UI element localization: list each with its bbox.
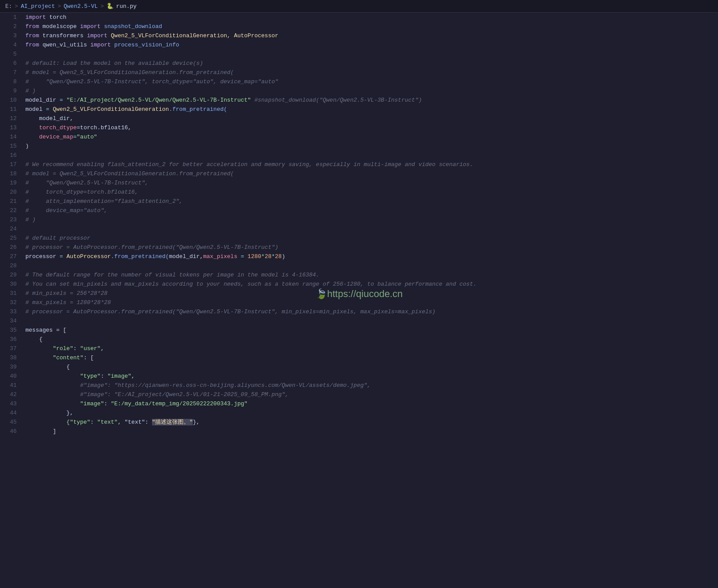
line-number: 23 [5, 215, 17, 224]
line-number: 8 [5, 77, 17, 86]
code-token: 28 [265, 253, 272, 260]
line-number: 39 [5, 362, 17, 372]
code-line: model = Qwen2_5_VLForConditionalGenerati… [25, 105, 714, 114]
code-token: model_dir, [169, 253, 203, 260]
code-line: "image": "E:/my_data/temp_img/2025022220… [25, 399, 714, 408]
code-token: AutoProcessor [67, 253, 111, 260]
code-token: , [367, 382, 371, 389]
code-token: # default: Load the model on the availab… [25, 60, 203, 67]
code-token: "user" [80, 345, 101, 352]
code-token: import [25, 14, 46, 21]
code-token: # attn_implementation="flash_attention_2… [25, 198, 183, 205]
code-line: messages = [ [25, 326, 714, 335]
code-token: : [104, 400, 111, 407]
code-token: = [ [53, 327, 66, 333]
code-line: torch_dtype=torch.bfloat16, [25, 123, 714, 132]
code-token: = [56, 97, 66, 103]
code-token: # "Qwen/Qwen2.5-VL-7B-Instruct", torch_d… [25, 78, 278, 85]
code-line: # "Qwen/Qwen2.5-VL-7B-Instruct", torch_d… [25, 77, 714, 86]
code-token: import [90, 42, 111, 48]
code-token: "image" [107, 373, 131, 379]
line-number: 22 [5, 206, 17, 215]
code-token: # ) [25, 88, 35, 94]
line-number: 6 [5, 59, 17, 68]
line-number: 12 [5, 114, 17, 123]
line-number: 44 [5, 408, 17, 418]
code-line: # You can set min_pixels and max_pixels … [25, 280, 714, 289]
code-token: .from_pretrained( [111, 253, 169, 260]
code-token: #"image": [25, 382, 114, 389]
code-token: snapshot_download [101, 23, 162, 30]
code-line: # model = Qwen2_5_VLForConditionalGenera… [25, 68, 714, 77]
line-number: 42 [5, 390, 17, 399]
line-number: 3 [5, 31, 17, 40]
code-token: #snapshot_download("Qwen/Qwen2.5-VL-3B-I… [255, 97, 422, 103]
code-line: { [25, 362, 714, 372]
code-token: "https://qianwen-res.oss-cn-beijing.aliy… [114, 382, 367, 389]
code-token: model [25, 106, 42, 113]
code-content[interactable]: import torchfrom modelscope import snaps… [22, 13, 718, 587]
breadcrumb-file[interactable]: run.py [116, 3, 137, 10]
line-number: 16 [5, 151, 17, 160]
line-number: 28 [5, 261, 17, 270]
code-token: ] [25, 428, 56, 435]
code-token [251, 97, 255, 103]
line-number: 18 [5, 169, 17, 178]
code-token: , [101, 345, 104, 352]
breadcrumb-project[interactable]: AI_project [21, 3, 55, 10]
line-number: 11 [5, 105, 17, 114]
line-number: 36 [5, 335, 17, 344]
line-number: 25 [5, 234, 17, 243]
code-line: # processor = AutoProcessor.from_pretrai… [25, 307, 714, 316]
code-line [25, 316, 714, 326]
code-token: 28 [275, 253, 282, 260]
code-token: # default processor [25, 235, 90, 241]
line-number: 41 [5, 381, 17, 390]
code-line: # max_pixels = 1280*28*28 [25, 298, 714, 307]
code-token: torch_dtype [25, 124, 77, 131]
code-token: "image" [25, 400, 104, 407]
code-token: torch [46, 14, 67, 21]
breadcrumb-sep1: > [15, 3, 18, 10]
code-line: ) [25, 142, 714, 151]
line-number: 7 [5, 68, 17, 77]
line-number: 9 [5, 86, 17, 96]
code-token: "E:/AI_project/Qwen2.5-VL/Qwen/Qwen2.5-V… [67, 97, 251, 103]
code-token: messages [25, 327, 53, 333]
code-token: from [25, 42, 39, 48]
code-token: }, [25, 410, 73, 416]
code-token: "描述这张图。" [152, 419, 193, 425]
code-line: processor = AutoProcessor.from_pretraine… [25, 252, 714, 261]
code-token: ) [282, 253, 285, 260]
code-token: # The default range for the number of vi… [25, 272, 319, 278]
code-token: , [285, 391, 289, 398]
code-token: = [237, 253, 248, 260]
code-token: # You can set min_pixels and max_pixels … [25, 281, 477, 287]
line-number: 30 [5, 280, 17, 289]
code-line: # torch_dtype=torch.bfloat16, [25, 188, 714, 197]
code-token: ) [25, 143, 29, 149]
code-line: {"type": "text", "text": "描述这张图。"}, [25, 418, 714, 427]
code-token: , [131, 373, 135, 379]
code-line: # processor = AutoProcessor.from_pretrai… [25, 243, 714, 252]
line-number: 17 [5, 160, 17, 169]
line-number: 24 [5, 224, 17, 234]
line-number: 45 [5, 418, 17, 427]
code-token: max_pixels [203, 253, 237, 260]
line-number: 10 [5, 96, 17, 105]
code-token: processor [25, 253, 56, 260]
code-token: "E:/AI_project/Qwen2.5-VL/01-21-2025_09_… [114, 391, 285, 398]
code-token: # We recommend enabling flash_attention_… [25, 161, 473, 168]
code-token: = [42, 106, 53, 113]
code-token: model_dir, [25, 115, 73, 122]
line-number: 38 [5, 353, 17, 362]
code-line: #"image": "E:/AI_project/Qwen2.5-VL/01-2… [25, 390, 714, 399]
code-line: # min_pixels = 256*28*28 [25, 289, 714, 298]
line-number: 26 [5, 243, 17, 252]
code-token: transformers [39, 32, 87, 39]
breadcrumb-folder[interactable]: Qwen2.5-VL [64, 3, 98, 10]
code-line: "content": [ [25, 353, 714, 362]
line-number: 43 [5, 399, 17, 408]
code-token: import [80, 23, 101, 30]
code-token: "E:/my_data/temp_img/20250222200343.jpg" [111, 400, 248, 407]
